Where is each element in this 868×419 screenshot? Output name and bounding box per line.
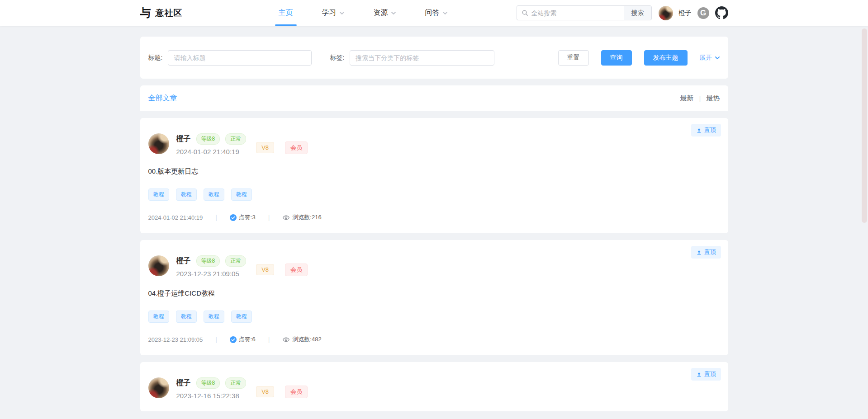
pin-top-icon: [696, 127, 702, 133]
sort-divider: |: [699, 94, 701, 102]
title-filter-input[interactable]: [168, 50, 312, 66]
search-button[interactable]: 搜索: [624, 5, 652, 20]
nav-item-learn[interactable]: 学习: [313, 0, 354, 26]
likes-label: 点赞:6: [239, 335, 256, 344]
post-footer: 2023-12-23 21:09:05 | 点赞:6 | 浏览数:482: [148, 335, 720, 344]
filter-actions: 重置 查询 发布主题 展开: [558, 50, 720, 66]
eye-icon: [282, 214, 290, 221]
github-icon[interactable]: [715, 6, 728, 19]
brand-name: 意社区: [156, 7, 183, 19]
post-created-date: 2023-12-16 15:22:38: [176, 392, 247, 400]
pin-top-button[interactable]: 置顶: [691, 246, 721, 259]
pin-label: 置顶: [704, 126, 716, 134]
title-filter-label: 标题:: [148, 54, 163, 62]
vip-badge: V8: [256, 386, 274, 397]
expand-label: 展开: [700, 54, 712, 62]
post-title[interactable]: 04.橙子运维CICD教程: [148, 289, 720, 298]
pin-top-button[interactable]: 置顶: [691, 124, 721, 137]
post-tag[interactable]: 教程: [148, 188, 169, 201]
post-tag[interactable]: 教程: [148, 311, 169, 323]
nav-item-label: 资源: [374, 8, 388, 18]
brand[interactable]: 与 意社区: [140, 7, 183, 19]
post-card[interactable]: 置顶 橙子 等级8 正常 2024-01-02 21:40:19 V8 会员 0…: [140, 118, 728, 233]
nav-item-label: 主页: [279, 8, 293, 18]
gitee-icon[interactable]: G: [697, 7, 709, 19]
post-tag[interactable]: 教程: [176, 188, 197, 201]
likes-stat: 点赞:6: [230, 335, 256, 344]
views-label: 浏览数:216: [292, 213, 321, 221]
global-search: 搜索: [517, 5, 652, 20]
expand-toggle[interactable]: 展开: [700, 54, 720, 62]
nav-item-label: 问答: [425, 8, 440, 18]
post-tag[interactable]: 教程: [231, 311, 252, 323]
pin-label: 置顶: [704, 370, 716, 378]
likes-stat: 点赞:3: [230, 213, 256, 221]
pin-top-icon: [696, 250, 702, 255]
tag-filter-input[interactable]: [350, 50, 494, 66]
post-author-row: 橙子 等级8 正常 2023-12-23 21:09:05 V8 会员: [148, 255, 720, 278]
post-tag[interactable]: 教程: [204, 311, 224, 323]
chevron-down-icon: [442, 10, 448, 16]
user-area: 橙子 G: [659, 6, 728, 20]
reset-button[interactable]: 重置: [558, 50, 589, 66]
post-card[interactable]: 置顶 橙子 等级8 正常 2023-12-16 15:22:38 V8 会员: [140, 362, 728, 411]
pin-top-icon: [696, 372, 702, 377]
post-author-row: 橙子 等级8 正常 2023-12-16 15:22:38 V8 会员: [148, 377, 720, 400]
sort-newest[interactable]: 最新: [680, 94, 694, 103]
nav-item-qa[interactable]: 问答: [416, 0, 457, 26]
pin-top-button[interactable]: 置顶: [691, 368, 721, 381]
views-stat: 浏览数:482: [282, 335, 321, 344]
status-badge: 正常: [225, 255, 246, 267]
author-avatar[interactable]: [148, 377, 169, 398]
publish-topic-button[interactable]: 发布主题: [644, 50, 688, 66]
pin-label: 置顶: [704, 248, 716, 256]
status-badge: 正常: [225, 377, 246, 389]
nav-item-label: 学习: [322, 8, 337, 18]
post-tag[interactable]: 教程: [204, 188, 224, 201]
author-name[interactable]: 橙子: [176, 256, 191, 266]
like-check-icon: [230, 336, 237, 343]
filter-bar: 标题: 标签: 重置 查询 发布主题 展开: [140, 37, 728, 79]
views-label: 浏览数:482: [292, 335, 321, 344]
eye-icon: [282, 336, 290, 344]
author-name[interactable]: 橙子: [176, 134, 191, 144]
post-title[interactable]: 00.版本更新日志: [148, 167, 720, 176]
user-name[interactable]: 橙子: [679, 9, 692, 17]
author-avatar[interactable]: [148, 255, 169, 276]
level-badge: 等级8: [196, 133, 220, 145]
all-articles-link[interactable]: 全部文章: [148, 94, 177, 103]
main-nav: 主页 学习 资源 问答: [264, 0, 462, 26]
sort-hottest[interactable]: 最热: [707, 94, 720, 103]
like-check-icon: [230, 214, 237, 221]
chevron-down-icon: [391, 10, 396, 16]
chevron-down-icon: [715, 55, 720, 61]
views-stat: 浏览数:216: [282, 213, 321, 221]
scrollbar-thumb[interactable]: [862, 28, 867, 223]
post-created-date: 2024-01-02 21:40:19: [176, 148, 247, 155]
author-avatar[interactable]: [148, 133, 169, 154]
member-badge: 会员: [285, 386, 308, 398]
footer-date: 2024-01-02 21:40:19: [148, 214, 203, 221]
post-created-date: 2023-12-23 21:09:05: [176, 270, 247, 278]
post-author-row: 橙子 等级8 正常 2024-01-02 21:40:19 V8 会员: [148, 133, 720, 155]
search-input-wrap: [517, 5, 624, 20]
user-avatar[interactable]: [659, 6, 673, 20]
nav-item-resources[interactable]: 资源: [365, 0, 405, 26]
author-name[interactable]: 橙子: [176, 378, 191, 388]
chevron-down-icon: [339, 10, 345, 16]
top-navbar: 与 意社区 主页 学习 资源 问答: [0, 0, 868, 26]
query-button[interactable]: 查询: [601, 50, 632, 66]
level-badge: 等级8: [196, 377, 220, 389]
search-icon: [522, 9, 528, 16]
search-input[interactable]: [531, 9, 619, 17]
post-tags: 教程 教程 教程 教程: [148, 188, 720, 201]
post-tag[interactable]: 教程: [231, 188, 252, 201]
post-tags: 教程 教程 教程 教程: [148, 311, 720, 323]
post-tag[interactable]: 教程: [176, 311, 197, 323]
post-card[interactable]: 置顶 橙子 等级8 正常 2023-12-23 21:09:05 V8 会员 0…: [140, 240, 728, 355]
footer-date: 2023-12-23 21:09:05: [148, 336, 203, 343]
nav-item-home[interactable]: 主页: [270, 0, 302, 26]
vip-badge: V8: [256, 142, 274, 153]
footer-divider: |: [215, 336, 217, 343]
footer-divider: |: [268, 214, 270, 221]
